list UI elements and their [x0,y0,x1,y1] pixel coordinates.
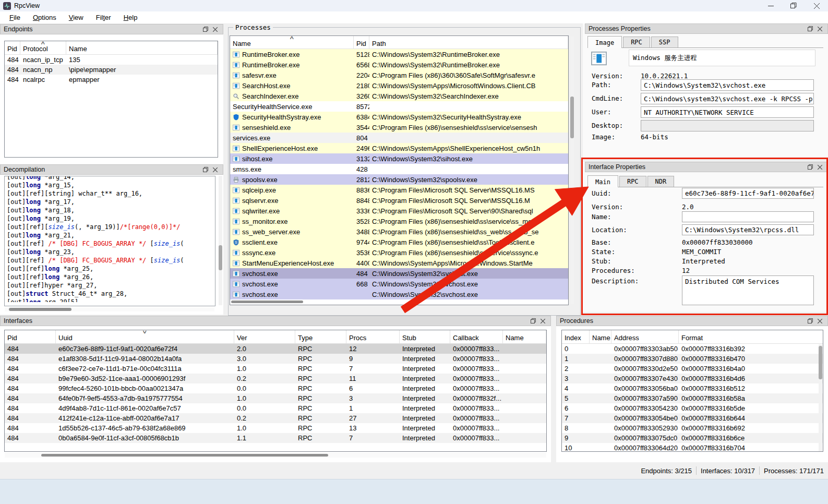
decompilation-code-area[interactable]: [out]long *arg_14,[out]long *arg_15,[out… [4,176,215,306]
decompilation-vscrollbar[interactable] [219,176,222,305]
processes-row[interactable]: svchost.exeC:\Windows\System32\svchost.e… [230,289,568,299]
processes-row[interactable]: sqlceip.exe8836C:\Program Files\Microsof… [230,185,568,195]
procedures-row[interactable]: 70x00007ff833054be00x00007ff83316b644 [562,413,823,423]
processes-column-pid[interactable]: Pid [354,36,369,49]
minimize-button[interactable] [759,0,782,11]
processes-row[interactable]: sqlservr.exe8848C:\Program Files\Microso… [230,195,568,206]
interfaces-row[interactable]: 484e60c73e6-88f9-11cf-9af1-0020af6e72f42… [5,344,546,354]
processes-properties-tab-rpc[interactable]: RPC [623,37,650,47]
float-icon[interactable] [201,25,210,33]
processes-row[interactable]: spoolsv.exe2812C:\Windows\System32\spool… [230,174,568,185]
procedures-row[interactable]: 80x00007ff8330529300x00007ff83316b692 [562,423,823,433]
interfaces-row[interactable]: 4841d55b526-c137-46c5-ab79-638f2a68e8691… [5,423,546,433]
procedures-row[interactable]: 60x00007ff8330542300x00007ff83316b5de [562,403,823,413]
processes-vscrollbar[interactable] [570,37,574,304]
field-input[interactable]: NT AUTHORITY\NETWORK SERVICE [641,106,814,118]
close-icon[interactable] [815,163,824,171]
processes-row[interactable]: svchost.exe668C:\Windows\System32\svchos… [230,279,568,289]
interfaces-column-type[interactable]: Type [295,330,346,343]
interfaces-row[interactable]: 484c6f3ee72-ce7e-11d1-b71e-00c04fc3111a1… [5,364,546,374]
field-input[interactable]: C:\Windows\System32\rpcss.dll [682,224,814,235]
interfaces-column-pid[interactable]: Pid [5,330,56,343]
procedures-row[interactable]: 10x00007ff83307d8800x00007ff83316b470 [562,354,823,364]
procedures-row[interactable]: 40x00007ff833056ba00x00007ff83316b512 [562,383,823,393]
endpoints-row[interactable]: 484ncalrpcepmapper [5,75,218,85]
float-icon[interactable] [529,317,538,325]
procedures-row[interactable]: 20x00007ff8330d2e500x00007ff83316b4a0 [562,364,823,374]
processes-row[interactable]: ss_monitor.exe3528C:\Program Files (x86)… [230,216,568,226]
procedures-row[interactable]: 100x00007ff833064d200x00007ff83316b704 [562,443,823,451]
procedures-row[interactable]: 90x00007ff833075dc00x00007ff83316b6ce [562,433,823,443]
endpoints-row[interactable]: 484ncacn_np\pipe\epmapper [5,65,218,75]
menu-options[interactable]: Options [28,13,62,22]
field-input[interactable]: C:\Windows\system32\svchost.exe -k RPCSS… [641,93,814,104]
interface-properties-tab-rpc[interactable]: RPC [619,176,646,187]
procedures-column-index[interactable]: Index [562,330,590,343]
endpoints-row[interactable]: 484ncacn_ip_tcp135 [5,55,218,65]
interfaces-row[interactable]: 48499fcfec4-5260-101b-bbcb-00aa0021347a0… [5,383,546,393]
interfaces-column-stub[interactable]: Stub [400,330,450,343]
processes-row[interactable]: ss_web_server.exe3488C:\Program Files (x… [230,226,568,237]
processes-row[interactable]: ShellExperienceHost.exe2496C:\Windows\Sy… [230,143,568,153]
close-icon[interactable] [815,25,824,33]
processes-row[interactable]: SearchIndexer.exe3260C:\Windows\System32… [230,91,568,101]
interfaces-row[interactable]: 4844d9f4ab8-7d1c-11cf-861e-0020af6e7c570… [5,403,546,413]
procedures-vscrollbar[interactable] [819,344,822,451]
procedures-column-address[interactable]: Address [611,330,679,343]
field-input[interactable]: Distributed COM Services [682,275,814,305]
interface-properties-tab-main[interactable]: Main [587,175,618,187]
float-icon[interactable] [806,163,815,171]
field-input[interactable] [682,211,814,222]
processes-row[interactable]: SecurityHealthSystray.exe6384C:\Windows\… [230,112,568,122]
endpoints-column-name[interactable]: Name [66,41,218,54]
interfaces-row[interactable]: 484b9e79e60-3d52-11ce-aaa1-00006901293f0… [5,374,546,383]
interfaces-column-callback[interactable]: Callback [450,330,503,343]
close-icon[interactable] [538,317,547,325]
interfaces-hscrollbar[interactable] [5,453,546,458]
procedures-row[interactable]: 50x00007ff83307a5900x00007ff83316b58a [562,393,823,403]
close-button[interactable] [805,0,828,11]
processes-row[interactable]: sssync.exe3536C:\Program Files (x86)\sen… [230,247,568,258]
procedures-column-name[interactable]: Name [590,330,611,343]
processes-row[interactable]: RuntimeBroker.exe6568C:\Windows\System32… [230,59,568,70]
menu-filter[interactable]: Filter [91,13,116,22]
interfaces-row[interactable]: 4840b0a6584-9e0f-11cf-a3cf-00805f68cb1b1… [5,433,546,443]
processes-row[interactable]: SecurityHealthService.exe8572 [230,101,568,112]
processes-properties-tab-ssp[interactable]: SSP [651,37,678,47]
processes-row[interactable]: svchost.exe484C:\Windows\System32\svchos… [230,268,568,279]
processes-row[interactable]: services.exe804 [230,133,568,143]
procedures-row[interactable]: 30x00007ff83307e4300x00007ff83316b4d6 [562,374,823,383]
field-input[interactable] [641,120,814,131]
processes-row[interactable]: safesvr.exe2204C:\Program Files (x86)\36… [230,70,568,80]
menu-view[interactable]: View [64,13,89,22]
close-icon[interactable] [210,25,220,33]
procedures-row[interactable]: 00x00007ff83303ab500x00007ff83316b392 [562,344,823,354]
processes-row[interactable]: StartMenuExperienceHost.exe4400C:\Window… [230,258,568,268]
field-input[interactable]: C:\Windows\System32\svchost.exe [641,79,814,91]
processes-row[interactable]: sqlwriter.exe3336C:\Program Files\Micros… [230,206,568,216]
processes-row[interactable]: SearchHost.exe2180C:\Windows\SystemApps\… [230,80,568,91]
float-icon[interactable] [201,165,210,174]
processes-row[interactable]: sihost.exe3132C:\Windows\System32\sihost… [230,153,568,164]
decompilation-hscrollbar[interactable] [5,307,214,311]
processes-column-path[interactable]: Path [369,36,568,49]
float-icon[interactable] [806,317,815,325]
interfaces-row[interactable]: 484e1af8308-5d1f-11c9-91a4-08002b14a0fa3… [5,354,546,364]
procedures-column-format[interactable]: Format [679,330,823,343]
restore-button[interactable] [782,0,805,11]
processes-row[interactable]: smss.exe428 [230,164,568,174]
processes-row[interactable]: Sssclient.exe9744C:\Program Files (x86)\… [230,237,568,247]
interfaces-row[interactable]: 48464fe0b7f-9ef5-4553-a7db-9a19757775541… [5,393,546,403]
interfaces-column-name[interactable]: Name [503,330,546,343]
close-icon[interactable] [210,165,220,174]
field-input[interactable]: e60c73e6-88f9-11cf-9af1-0020af6e72f4 [682,188,814,199]
interfaces-column-procs[interactable]: Procs [346,330,400,343]
endpoints-column-pid[interactable]: Pid [5,41,20,54]
menu-help[interactable]: Help [118,13,143,22]
processes-hscrollbar[interactable] [230,299,568,304]
float-icon[interactable] [806,25,815,33]
processes-row[interactable]: RuntimeBroker.exe5128C:\Windows\System32… [230,49,568,59]
processes-properties-tab-image[interactable]: Image [587,36,622,48]
interfaces-column-ver[interactable]: Ver [234,330,295,343]
interface-properties-tab-ndr[interactable]: NDR [647,176,675,187]
